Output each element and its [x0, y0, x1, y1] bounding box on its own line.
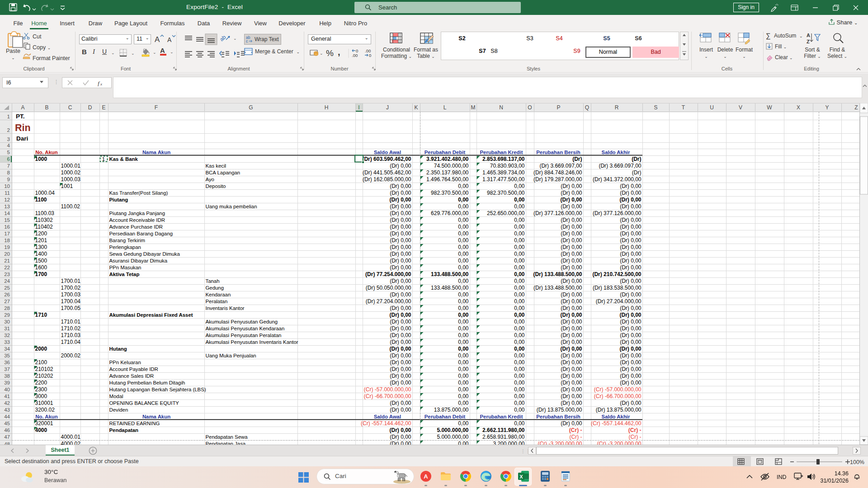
svg-text:2000.02: 2000.02	[61, 352, 81, 359]
svg-text:PT.: PT.	[16, 113, 25, 120]
svg-text:320001: 320001	[35, 420, 53, 427]
svg-text:Inventaris Kantor: Inventaris Kantor	[206, 305, 245, 311]
svg-text:Hutang Pembelian Belum Ditagih: Hutang Pembelian Belum Ditagih	[109, 380, 185, 385]
svg-text:Akumulasi Penyusutan Inventari: Akumulasi Penyusutan Inventaris Kantor	[206, 339, 298, 345]
svg-text:(Dr) 50.050.000,00: (Dr) 50.050.000,00	[366, 285, 411, 291]
svg-text:(Dr) 0,00: (Dr) 0,00	[389, 427, 411, 433]
svg-text:(Dr) 0,00: (Dr) 0,00	[620, 359, 642, 366]
svg-text:15: 15	[4, 217, 10, 223]
svg-text:H: H	[325, 104, 329, 111]
svg-text:Perubahan Bersih: Perubahan Bersih	[536, 414, 580, 419]
svg-text:(Dr) 27.204.000,00: (Dr) 27.204.000,00	[596, 298, 642, 305]
svg-text:1710.02: 1710.02	[61, 325, 81, 332]
svg-text:0,00: 0,00	[514, 298, 525, 305]
svg-text:T: T	[682, 104, 685, 111]
svg-text:18: 18	[4, 238, 10, 243]
svg-text:O: O	[528, 104, 532, 111]
svg-text:17: 17	[4, 231, 10, 236]
svg-text:0,00: 0,00	[458, 278, 469, 284]
svg-text:(Dr) 13.875.000,00: (Dr) 13.875.000,00	[537, 407, 582, 413]
svg-text:1.496.764.500,00: 1.496.764.500,00	[426, 176, 469, 183]
svg-text:1700.01: 1700.01	[61, 278, 81, 284]
svg-text:(Cr) -57.000.000,00: (Cr) -57.000.000,00	[594, 386, 642, 393]
svg-text:(Dr) 0,00: (Dr) 0,00	[390, 319, 411, 325]
svg-text:252.650.000,00: 252.650.000,00	[487, 210, 525, 216]
svg-text:29: 29	[4, 312, 10, 318]
svg-text:(Dr) 0,00: (Dr) 0,00	[561, 278, 582, 284]
svg-text:4000: 4000	[35, 427, 47, 433]
svg-text:0,00: 0,00	[458, 217, 469, 223]
svg-text:Kas & Bank: Kas & Bank	[109, 156, 138, 162]
svg-text:(Dr) 377.126.000,00: (Dr) 377.126.000,00	[533, 210, 582, 216]
svg-text:48: 48	[4, 441, 10, 445]
svg-text:%: %	[326, 48, 334, 58]
svg-text:0,00: 0,00	[458, 230, 469, 237]
svg-text:(Cr) -3.200.000,00: (Cr) -3.200.000,00	[597, 441, 641, 445]
svg-text:(Dr) 0,00: (Dr) 0,00	[390, 190, 411, 196]
svg-text:0,00: 0,00	[458, 339, 469, 345]
svg-text:0,00: 0,00	[514, 420, 525, 427]
svg-text:⌄: ⌄	[153, 50, 156, 55]
svg-text:210202: 210202	[35, 373, 53, 379]
svg-text:24: 24	[4, 278, 10, 284]
svg-text:(Dr) 0,00: (Dr) 0,00	[390, 264, 411, 271]
svg-text:(Dr) 0,00: (Dr) 0,00	[561, 393, 582, 399]
svg-text:(Dr) 0,00: (Dr) 0,00	[620, 183, 642, 189]
svg-text:35: 35	[4, 353, 10, 358]
svg-text:ab: ab	[218, 34, 227, 43]
svg-text:0,00: 0,00	[514, 380, 525, 386]
svg-text:34: 34	[4, 346, 10, 352]
svg-text:(Cr) -557.144.462,00: (Cr) -557.144.462,00	[361, 420, 411, 427]
svg-text:V: V	[739, 104, 742, 111]
svg-text:36: 36	[4, 360, 10, 365]
svg-text:2: 2	[7, 127, 10, 133]
svg-text:(Cr) -: (Cr) -	[629, 434, 642, 440]
svg-text:16: 16	[4, 224, 10, 230]
svg-text:Piutang Jangka Panjang: Piutang Jangka Panjang	[109, 211, 165, 216]
svg-text:(Dr) 0,00: (Dr) 0,00	[390, 237, 411, 244]
svg-text:0,00: 0,00	[514, 258, 525, 264]
svg-text:1700.04: 1700.04	[61, 298, 81, 305]
svg-text:(Dr) 0,00: (Dr) 0,00	[390, 163, 411, 169]
svg-text:⌄: ⌄	[320, 51, 323, 56]
svg-text:1700.03: 1700.03	[61, 291, 81, 298]
svg-text:0,00: 0,00	[458, 258, 469, 264]
svg-text:1710: 1710	[35, 312, 47, 318]
svg-text:Deposito: Deposito	[206, 183, 226, 189]
svg-text:(Cr) -: (Cr) -	[569, 427, 582, 433]
svg-text:2.853.698.137,00: 2.853.698.137,00	[482, 156, 525, 162]
svg-text:(Dr) 0,00: (Dr) 0,00	[390, 380, 411, 386]
svg-text:0,00: 0,00	[514, 325, 525, 332]
svg-text:2.658.931.980,00: 2.658.931.980,00	[482, 434, 525, 440]
svg-text:1300: 1300	[35, 244, 47, 250]
svg-text:(Dr) 0,00: (Dr) 0,00	[561, 298, 582, 305]
svg-text:(Dr) 0,00: (Dr) 0,00	[561, 291, 582, 298]
svg-text:(Dr) 27.204.000,00: (Dr) 27.204.000,00	[366, 298, 411, 305]
svg-text:(Dr) 0,00: (Dr) 0,00	[620, 217, 642, 223]
svg-text:210102: 210102	[35, 366, 53, 372]
svg-text:1700.05: 1700.05	[61, 305, 81, 311]
svg-text:R: R	[615, 104, 619, 111]
svg-text:N: N	[499, 104, 503, 111]
svg-text:19: 19	[4, 244, 10, 250]
svg-text:Nama Akun: Nama Akun	[142, 414, 170, 419]
svg-text:0,00: 0,00	[458, 305, 469, 311]
svg-text:(Dr) 0,00: (Dr) 0,00	[390, 230, 411, 237]
svg-text:(Dr) 0,00: (Dr) 0,00	[560, 346, 582, 352]
svg-text:W: W	[767, 104, 772, 111]
svg-text:0,00: 0,00	[458, 312, 469, 318]
svg-text:3: 3	[7, 136, 10, 142]
svg-text:39: 39	[4, 380, 10, 385]
svg-text:(Dr) 0,00: (Dr) 0,00	[561, 420, 582, 427]
svg-text:1.317.477.500,00: 1.317.477.500,00	[482, 176, 525, 183]
svg-text:1710.04: 1710.04	[61, 339, 81, 345]
svg-text:0,00: 0,00	[514, 393, 525, 399]
svg-text:0,00: 0,00	[458, 393, 469, 399]
svg-text:26: 26	[4, 292, 10, 297]
svg-text:PPn Keluaran: PPn Keluaran	[109, 360, 141, 365]
svg-text:0,00: 0,00	[458, 291, 469, 298]
svg-text:1000.01: 1000.01	[61, 163, 81, 169]
svg-text:Persediaan Barang Dagang: Persediaan Barang Dagang	[109, 231, 173, 236]
svg-text:Q: Q	[585, 104, 589, 111]
svg-text:2.350.137.980,00: 2.350.137.980,00	[426, 169, 469, 176]
